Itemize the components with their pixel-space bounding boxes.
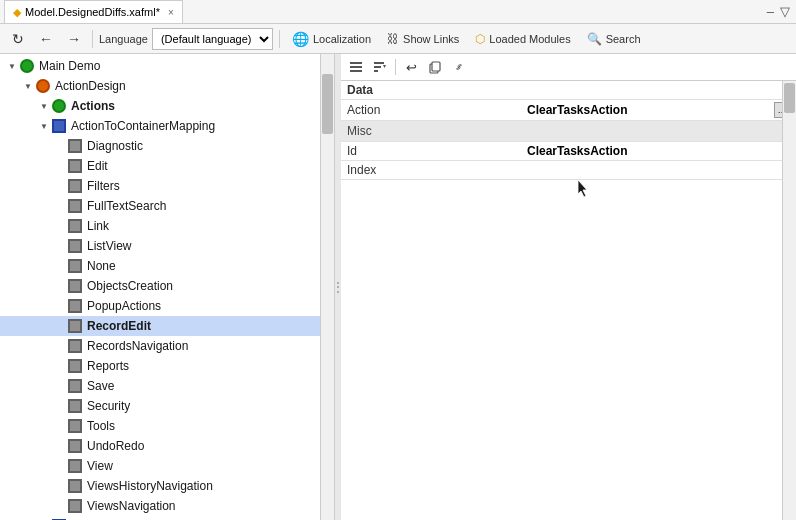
tree-item[interactable]: ▶Controllers: [0, 516, 334, 520]
tree-arrow-icon: [52, 298, 68, 314]
copy-button[interactable]: [424, 57, 446, 77]
tree-item-label: Reports: [87, 359, 129, 373]
tree-item[interactable]: Edit: [0, 156, 334, 176]
table-container: Data Action ClearTasksAction …: [341, 81, 796, 520]
tree-item[interactable]: Reports: [0, 356, 334, 376]
tree-item-label: View: [87, 459, 113, 473]
right-scrollbar[interactable]: [782, 81, 796, 520]
forward-button[interactable]: →: [62, 28, 86, 50]
tree-node-icon: [68, 319, 82, 333]
tree-item-label: Security: [87, 399, 130, 413]
tree-item[interactable]: Save: [0, 376, 334, 396]
tree-node-icon: [68, 459, 82, 473]
tree-item-label: None: [87, 259, 116, 273]
cube-icon: ⬡: [475, 32, 485, 46]
tree-node-icon: [68, 379, 82, 393]
tree-node-icon: [68, 159, 82, 173]
id-value: ClearTasksAction: [521, 142, 768, 161]
sort-button[interactable]: [369, 57, 391, 77]
tree-arrow-icon: [52, 178, 68, 194]
table-row-action[interactable]: Action ClearTasksAction …: [341, 100, 796, 121]
tab-title: Model.DesignedDiffs.xafml*: [25, 6, 160, 18]
tree-item[interactable]: UndoRedo: [0, 436, 334, 456]
action-value: ClearTasksAction: [521, 100, 768, 121]
tree-arrow-icon: [52, 358, 68, 374]
list-view-icon: [349, 60, 363, 74]
action-label: Action: [341, 100, 521, 121]
tree-item[interactable]: RecordEdit: [0, 316, 334, 336]
tree-item[interactable]: ObjectsCreation: [0, 276, 334, 296]
tab-model-diffs[interactable]: ◆ Model.DesignedDiffs.xafml* ×: [4, 0, 183, 23]
data-section-label: Data: [347, 83, 373, 97]
tree-item-label: Tools: [87, 419, 115, 433]
tree-item-label: RecordsNavigation: [87, 339, 188, 353]
tree-item-label: Filters: [87, 179, 120, 193]
window-minimize-icon[interactable]: –: [765, 2, 776, 21]
tree-node-icon: [68, 179, 82, 193]
link-button[interactable]: [448, 57, 470, 77]
tree-arrow-icon: [52, 478, 68, 494]
left-panel: ▼Main Demo▼ActionDesign▼Actions▼ActionTo…: [0, 54, 335, 520]
svg-rect-3: [374, 62, 384, 64]
tree-item[interactable]: ▼Main Demo: [0, 56, 334, 76]
tab-file-icon: ◆: [13, 6, 21, 19]
tree-arrow-icon: [52, 318, 68, 334]
tree-node-icon: [36, 79, 50, 93]
loaded-modules-button[interactable]: ⬡ Loaded Modules: [469, 30, 576, 48]
localization-button[interactable]: 🌐 Localization: [286, 29, 377, 49]
tree-node-icon: [68, 439, 82, 453]
action-toolbar: ↩: [341, 54, 796, 81]
tree-arrow-icon: [52, 218, 68, 234]
tree-item-label: Main Demo: [39, 59, 100, 73]
tree-item[interactable]: Diagnostic: [0, 136, 334, 156]
svg-rect-7: [432, 62, 440, 71]
svg-marker-9: [578, 180, 587, 197]
window-maximize-icon[interactable]: ▽: [778, 2, 792, 21]
svg-rect-1: [350, 66, 362, 68]
tree-item[interactable]: ▼ActionDesign: [0, 76, 334, 96]
toolbar-separator-1: [92, 30, 93, 48]
tab-close-button[interactable]: ×: [168, 7, 174, 18]
tree-item[interactable]: None: [0, 256, 334, 276]
refresh-button[interactable]: ↻: [6, 28, 30, 50]
right-panel: ↩ Data: [341, 54, 796, 520]
tree-item[interactable]: Security: [0, 396, 334, 416]
tree-arrow-icon: [52, 378, 68, 394]
back-button[interactable]: ←: [34, 28, 58, 50]
tree-item[interactable]: ViewsNavigation: [0, 496, 334, 516]
tree-item[interactable]: PopupActions: [0, 296, 334, 316]
tree-item-label: RecordEdit: [87, 319, 151, 333]
tree-arrow-icon: [52, 198, 68, 214]
tree-arrow-icon: [52, 158, 68, 174]
tree-scrollbar[interactable]: [320, 54, 334, 520]
table-row-id[interactable]: Id ClearTasksAction: [341, 142, 796, 161]
language-select[interactable]: (Default language): [152, 28, 273, 50]
search-button[interactable]: 🔍 Search: [581, 30, 647, 48]
tree-item[interactable]: ListView: [0, 236, 334, 256]
tree-arrow-icon: ▼: [20, 78, 36, 94]
action-separator-1: [395, 59, 396, 75]
tree-arrow-icon: [52, 398, 68, 414]
tree-item[interactable]: Filters: [0, 176, 334, 196]
localization-label: Localization: [313, 33, 371, 45]
tree-item[interactable]: ViewsHistoryNavigation: [0, 476, 334, 496]
copy-icon: [428, 60, 442, 74]
show-links-button[interactable]: ⛓ Show Links: [381, 30, 465, 48]
tree-node-icon: [52, 119, 66, 133]
tree-item[interactable]: ▼Actions: [0, 96, 334, 116]
tree-item[interactable]: Link: [0, 216, 334, 236]
tree-item[interactable]: FullTextSearch: [0, 196, 334, 216]
list-view-button[interactable]: [345, 57, 367, 77]
tree-item[interactable]: ▼ActionToContainerMapping: [0, 116, 334, 136]
id-label: Id: [341, 142, 521, 161]
link-icon: [452, 60, 466, 74]
tree-arrow-icon: [52, 138, 68, 154]
table-section-header: Data: [341, 81, 521, 100]
table-row-index[interactable]: Index: [341, 161, 796, 180]
tree-item-label: Save: [87, 379, 114, 393]
tree-item[interactable]: Tools: [0, 416, 334, 436]
tree-item[interactable]: View: [0, 456, 334, 476]
undo-button[interactable]: ↩: [400, 57, 422, 77]
tree-node-icon: [52, 99, 66, 113]
tree-item[interactable]: RecordsNavigation: [0, 336, 334, 356]
